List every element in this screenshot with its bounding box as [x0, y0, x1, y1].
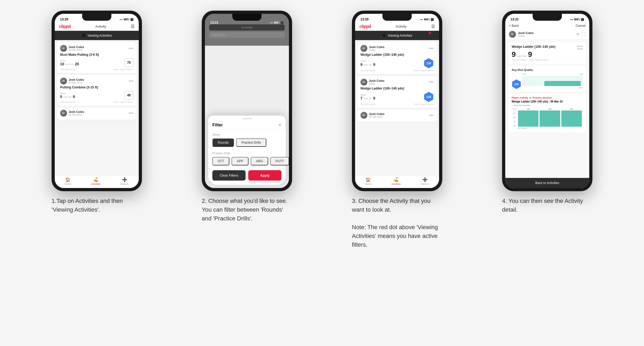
hamburger-icon-1[interactable]: ☰ — [131, 24, 134, 29]
footer-right-1-2: Data: Clippd Capture — [113, 101, 133, 103]
avatar-3-3: JC — [360, 112, 367, 119]
hamburger-icon-3[interactable]: ☰ — [431, 24, 435, 29]
back-to-activities-button[interactable]: Back to Activities — [505, 178, 589, 188]
stat-score-3-1: Score 9 OUT OF 9 — [360, 60, 375, 67]
more-icon-1-2[interactable]: ••• — [129, 79, 133, 83]
app-pill[interactable]: APP — [231, 157, 249, 165]
signal-icon-1: ▪▪▪ — [120, 18, 123, 21]
status-icons-1: ▪▪▪ WiFi ⬛ — [120, 18, 133, 21]
nav-activities-1[interactable]: ⛳ Activities — [91, 177, 100, 185]
user-info-3-1: Josh Coles Today — [369, 45, 385, 51]
app-nav-1: clippd Activity ☰ — [55, 22, 139, 31]
card-stats-1-2: Score 0 OUT OF 9 45 — [60, 91, 133, 100]
source2-label-4: Data: Clippd Capture — [529, 59, 549, 61]
status-time-1: 13:20 — [60, 18, 68, 21]
activity-card-1-1[interactable]: JC Josh Coles 28 Feb 2023 ••• Must Make … — [57, 42, 137, 73]
expand-icon-4[interactable]: ⛶ — [582, 32, 586, 36]
activities-icon-3: ⛳ — [393, 177, 399, 182]
card-user-3-1: JC Josh Coles Today — [360, 45, 385, 52]
user-date-3-2: Today — [369, 82, 385, 85]
phone-notch-3 — [382, 14, 412, 21]
dim-filter-icon: ⚙ — [241, 26, 244, 29]
avatar-3-1: JC — [360, 45, 367, 52]
phone-1: 13:20 ▪▪▪ WiFi ⬛ clippd Activity ☰ ⚙ V — [52, 11, 142, 191]
nav-activities-3[interactable]: ⛳ Activities — [391, 177, 401, 185]
activity-card-3-3[interactable]: JC Josh Coles 28 Feb 2023 ••• — [357, 110, 437, 122]
phone-screen-3: 13:20 ▪▪▪ WiFi ⬛ clippd Activity ☰ ⚙ V — [355, 14, 439, 188]
user-info-1-3: Josh Coles 28 Feb 2023 — [69, 110, 84, 116]
app-nav-title-3: Activity — [395, 24, 406, 28]
more-icon-3-3[interactable]: ••• — [429, 113, 434, 117]
y-axis-140: 140 — [513, 108, 516, 110]
nav-capture-1[interactable]: ➕ Capture — [120, 177, 129, 185]
activity-card-3-1[interactable]: JC Josh Coles Today ••• Wedge Ladder (10… — [357, 42, 437, 74]
card-header-1-1: JC Josh Coles 28 Feb 2023 ••• — [60, 45, 133, 52]
viewing-banner-1[interactable]: ⚙ Viewing Activities — [55, 31, 139, 40]
footer-right-1-1: Data: Clippd Capture — [113, 68, 133, 71]
nav-home-1[interactable]: 🏠 Home — [65, 177, 71, 185]
app-logo-3: clippd — [359, 24, 371, 29]
practice-drills-pill[interactable]: Practice Drills — [236, 138, 266, 147]
nav-home-label-3: Home — [365, 183, 371, 185]
filter-icon-1: ⚙ — [82, 33, 85, 38]
bar-1 — [518, 110, 538, 127]
footer-right-3-2: Data: Clippd Capture — [414, 103, 434, 105]
putt-pill[interactable]: PUTT — [270, 157, 289, 165]
viewing-banner-text-3: Viewing Activities — [388, 34, 412, 37]
user-name-3-1: Josh Coles — [369, 45, 385, 49]
card-user-1-1: JC Josh Coles 28 Feb 2023 — [60, 45, 84, 52]
activity-card-1-3[interactable]: JC Josh Coles 28 Feb 2023 ••• — [57, 108, 137, 120]
score-val-1-1: 10 — [60, 62, 64, 66]
back-button[interactable]: < Back — [509, 24, 519, 28]
phone-col-4: 13:21 ▪▪▪ WiFi ⬛ < Back Cancel JC — [480, 11, 614, 214]
home-icon-1: 🏠 — [65, 177, 70, 182]
nav-capture-label-1: Capture — [120, 183, 129, 185]
phone-notch-1 — [82, 14, 111, 21]
x-axis-label: Shot Quality — [517, 127, 527, 129]
viewing-banner-3[interactable]: ⚙ Viewing Activities — [355, 31, 439, 40]
detail-shots: 9 — [528, 50, 532, 59]
chart-col-label: APP — [579, 87, 583, 89]
card-title-1-2: Putting Combine (3-15 ft) — [60, 86, 133, 89]
bottom-nav-3: 🏠 Home ⛳ Activities ➕ Capture — [355, 175, 439, 188]
score-label-3-2: Score — [360, 94, 375, 96]
nav-capture-label-3: Capture — [421, 183, 429, 185]
nav-capture-3[interactable]: ➕ Capture — [421, 177, 429, 185]
phone-screen-1: 13:20 ▪▪▪ WiFi ⬛ clippd Activity ☰ ⚙ V — [55, 14, 139, 188]
caption-1: 1.Tap on Activities and then 'Viewing Ac… — [52, 197, 142, 214]
shots-val-3-1: 9 — [373, 62, 375, 67]
apply-button[interactable]: Apply — [248, 170, 281, 181]
show-pills: Rounds Practice Drills — [212, 138, 281, 147]
ott-pill[interactable]: OTT — [212, 157, 229, 165]
user-name-1-1: Josh Coles — [69, 45, 84, 49]
status-icons-4: ▪▪▪ WiFi ⬛ — [570, 18, 584, 21]
more-icon-3-2[interactable]: ••• — [429, 80, 434, 84]
caption-3: 3. Choose the Activity that you want to … — [352, 197, 442, 249]
activity-card-3-2[interactable]: JC Josh Coles Today ••• Wedge Ladder (10… — [357, 76, 437, 108]
filter-buttons: Clear Filters Apply — [208, 167, 286, 181]
clear-filters-button[interactable]: Clear Filters — [212, 170, 246, 181]
nav-home-3[interactable]: 🏠 Home — [365, 177, 371, 185]
cancel-button[interactable]: Cancel — [576, 24, 586, 28]
more-icon-1-3[interactable]: ••• — [129, 111, 133, 115]
more-icon-3-1[interactable]: ••• — [429, 46, 434, 50]
user-date-1-1: 28 Feb 2023 — [69, 49, 84, 51]
more-icon-1-1[interactable]: ••• — [129, 46, 133, 50]
user-name-3-2: Josh Coles — [369, 79, 385, 82]
bar-3 — [561, 110, 582, 127]
activity-card-1-2[interactable]: JC Josh Coles 28 Feb 2023 ••• Putting Co… — [57, 75, 137, 106]
rounds-pill[interactable]: Rounds — [212, 138, 234, 147]
score-label-4: Score — [576, 45, 583, 48]
wifi-icon-3: WiFi — [424, 18, 430, 21]
filter-title: Filter — [212, 123, 223, 127]
edit-icon-4[interactable]: ✏ — [576, 32, 580, 36]
y-axis-60: 60 — [513, 125, 516, 127]
quality-hex-val-4: 130 — [514, 83, 519, 86]
arg-pill[interactable]: ARG — [251, 157, 268, 165]
dim-banner-text: Activity — [244, 26, 253, 29]
filter-close-icon[interactable]: ✕ — [278, 122, 281, 127]
card-user-1-3: JC Josh Coles 28 Feb 2023 — [60, 110, 84, 117]
signal-icon-2: ▪▪▪ — [270, 21, 273, 24]
bottom-nav-1: 🏠 Home ⛳ Activities ➕ Capture — [55, 175, 139, 188]
card-header-1-2: JC Josh Coles 28 Feb 2023 ••• — [60, 78, 133, 84]
